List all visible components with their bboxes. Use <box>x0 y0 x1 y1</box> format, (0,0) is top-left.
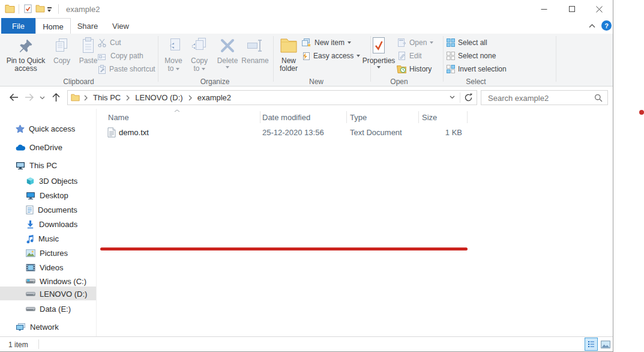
breadcrumb-current-folder[interactable]: example2 <box>194 93 234 102</box>
file-name[interactable]: demo.txt <box>119 128 149 137</box>
delete-button[interactable]: Delete <box>214 35 241 68</box>
column-header-type[interactable]: Type <box>350 113 367 122</box>
copy-path-button[interactable]: Copy path <box>98 50 143 62</box>
new-item-icon <box>302 38 311 47</box>
edit-button[interactable]: Edit <box>398 50 422 62</box>
copy-button[interactable]: Copy <box>49 35 74 65</box>
cut-button[interactable]: Cut <box>98 37 121 49</box>
address-bar[interactable]: This PC LENOVO (D:) example2 <box>67 90 477 105</box>
close-button[interactable] <box>586 0 613 18</box>
button-label: Rename <box>241 57 268 65</box>
copy-icon <box>53 35 70 56</box>
refresh-icon[interactable] <box>464 93 473 102</box>
title-bar: example2 <box>0 0 613 18</box>
qat-new-folder-icon[interactable] <box>35 5 45 13</box>
tab-home[interactable]: Home <box>35 18 71 34</box>
sidebar-item-quick-access[interactable]: Quick access <box>16 122 75 135</box>
large-icons-view-button[interactable] <box>600 339 611 350</box>
copy-to-button[interactable]: Copy to <box>187 35 211 73</box>
search-input[interactable] <box>487 91 597 105</box>
up-icon[interactable] <box>52 93 61 102</box>
sidebar-item-desktop[interactable]: Desktop <box>26 189 68 202</box>
sidebar-item-data-e[interactable]: Data (E:) <box>26 302 71 315</box>
sidebar-item-3d-objects[interactable]: 3D Objects <box>26 174 77 187</box>
new-item-button[interactable]: New item <box>302 37 351 49</box>
maximize-button[interactable] <box>558 0 585 18</box>
pin-to-quick-access-button[interactable]: Pin to Quick access <box>4 35 48 73</box>
sidebar-separator <box>96 109 97 336</box>
column-header-size[interactable]: Size <box>422 113 437 122</box>
column-separator[interactable] <box>346 111 347 123</box>
dropdown-caret-icon <box>357 55 360 57</box>
column-separator[interactable] <box>467 111 468 123</box>
column-header-name[interactable]: Name <box>108 113 129 122</box>
select-none-button[interactable]: Select none <box>447 50 496 62</box>
button-label: Easy access <box>313 52 354 60</box>
button-label: Cut <box>110 38 121 47</box>
collapse-ribbon-icon[interactable] <box>589 24 595 28</box>
button-label: Select none <box>458 52 496 60</box>
details-view-button[interactable] <box>585 338 598 351</box>
sidebar-item-onedrive[interactable]: OneDrive <box>16 141 62 154</box>
recent-locations-icon[interactable] <box>40 96 45 100</box>
move-to-icon <box>166 35 181 56</box>
sidebar-item-this-pc[interactable]: This PC <box>16 159 57 172</box>
search-icon[interactable] <box>594 94 603 102</box>
tab-share[interactable]: Share <box>72 18 103 34</box>
sidebar-item-documents[interactable]: Documents <box>26 203 77 216</box>
properties-icon <box>372 35 386 56</box>
music-note-icon <box>26 234 34 243</box>
address-folder-icon <box>71 94 80 102</box>
sidebar-item-pictures[interactable]: Pictures <box>26 246 68 259</box>
sidebar-item-label: Network <box>30 323 59 332</box>
onedrive-cloud-icon <box>16 144 25 151</box>
history-button[interactable]: History <box>397 63 432 75</box>
move-to-button[interactable]: Move to <box>161 35 185 73</box>
sidebar-item-windows-c[interactable]: Windows (C:) <box>26 275 86 288</box>
breadcrumb-this-pc[interactable]: This PC <box>90 93 124 102</box>
search-box[interactable] <box>481 90 608 105</box>
breadcrumb-drive[interactable]: LENOVO (D:) <box>132 93 185 102</box>
back-icon[interactable] <box>9 93 19 102</box>
tab-view[interactable]: View <box>106 18 136 34</box>
column-separator[interactable] <box>418 111 419 123</box>
text-document-icon <box>107 127 116 138</box>
sidebar-item-network[interactable]: Network <box>16 320 59 333</box>
help-icon[interactable]: ? <box>601 20 612 31</box>
tab-file[interactable]: File <box>1 18 35 34</box>
ribbon-tab-row: File Home Share View ? <box>0 18 613 34</box>
new-folder-button[interactable]: New folder <box>275 35 302 73</box>
sidebar-item-downloads[interactable]: Downloads <box>26 217 77 231</box>
select-all-icon <box>447 38 455 47</box>
button-label: History <box>409 65 432 73</box>
open-button[interactable]: Open <box>398 37 433 49</box>
dropdown-caret-icon <box>430 41 433 44</box>
qat-customize-icon[interactable] <box>47 7 52 12</box>
breadcrumb-chevron-icon[interactable] <box>84 95 88 101</box>
column-header-date-modified[interactable]: Date modified <box>262 113 310 122</box>
forward-icon[interactable] <box>25 93 34 102</box>
breadcrumb-chevron-icon[interactable] <box>126 95 130 101</box>
select-all-button[interactable]: Select all <box>447 37 487 49</box>
sidebar-item-lenovo-d[interactable]: LENOVO (D:) <box>26 287 87 300</box>
button-label: Paste shortcut <box>109 65 155 73</box>
copy-to-icon <box>191 35 208 56</box>
paste-shortcut-button[interactable]: Paste shortcut <box>98 63 155 75</box>
select-none-icon <box>447 52 455 60</box>
address-dropdown-icon[interactable] <box>450 96 455 99</box>
group-label-organize: Organize <box>188 77 242 86</box>
column-separator[interactable] <box>260 111 260 123</box>
properties-button[interactable]: Properties <box>363 35 395 68</box>
invert-selection-button[interactable]: Invert selection <box>447 63 507 75</box>
breadcrumb-chevron-icon[interactable] <box>188 95 192 101</box>
copy-path-icon <box>98 52 107 60</box>
dropdown-caret-icon <box>176 68 179 70</box>
qat-properties-icon[interactable] <box>23 4 32 13</box>
titlebar-separator <box>58 4 59 14</box>
rename-button[interactable]: Rename <box>241 35 269 65</box>
rename-icon <box>246 35 264 56</box>
sidebar-item-music[interactable]: Music <box>26 232 59 245</box>
minimize-button[interactable] <box>531 0 558 18</box>
easy-access-button[interactable]: Easy access <box>302 50 360 62</box>
sidebar-item-videos[interactable]: Videos <box>26 261 64 274</box>
